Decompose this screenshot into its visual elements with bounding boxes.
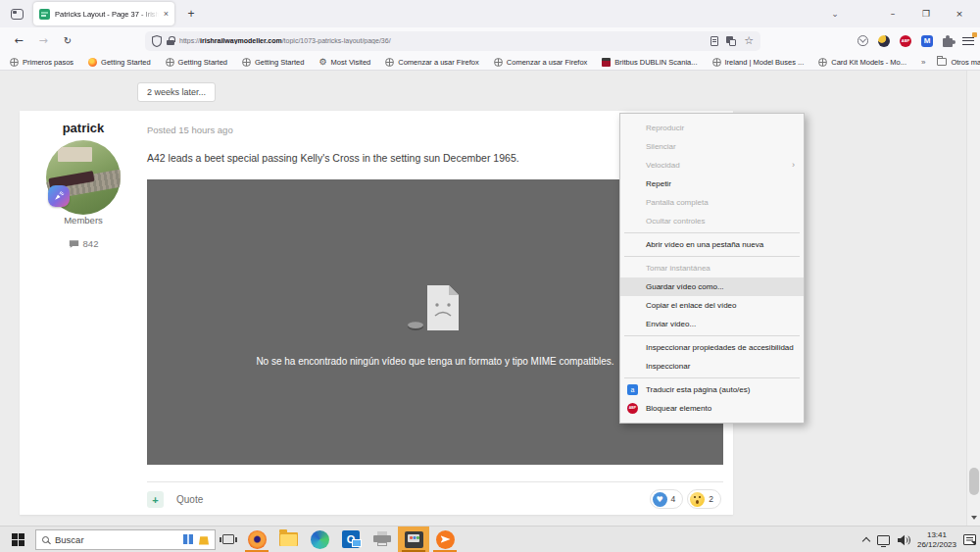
menu-item-reproducir: Reproducir (620, 119, 804, 137)
new-tab-button[interactable]: + (180, 3, 202, 25)
bookmark-item[interactable]: Card Kit Models - Mo... (818, 58, 906, 67)
tab-bar: Patricks Layout - Page 37 - Irish × + ⌄ … (0, 0, 980, 27)
start-button[interactable] (0, 527, 35, 552)
clock-date: 26/12/2023 (917, 540, 956, 550)
menu-separator (624, 377, 800, 378)
malwarebytes-icon[interactable]: M (921, 35, 933, 47)
site-favicon-icon (39, 9, 50, 20)
taskbar-active-app[interactable] (398, 527, 429, 552)
search-highlight-gift-icon[interactable] (183, 534, 193, 544)
bookmarks-bar: Primeros pasos Getting Started Getting S… (0, 54, 980, 71)
rank-badge-icon (48, 185, 70, 207)
browser-tab[interactable]: Patricks Layout - Page 37 - Irish × (33, 2, 174, 25)
bookmark-item[interactable]: Ireland | Model Buses ... (712, 58, 805, 67)
taskbar-printer[interactable] (367, 527, 398, 552)
lock-icon[interactable] (167, 36, 174, 45)
clock-time: 13:41 (917, 530, 956, 540)
list-all-tabs-button[interactable]: ⌄ (823, 9, 847, 19)
search-highlight-bag-icon[interactable] (199, 534, 209, 545)
menu-separator (624, 335, 800, 336)
bookmarks-overflow-chevron[interactable]: » (921, 58, 925, 67)
translate-icon: a (627, 384, 638, 395)
volume-icon[interactable] (897, 534, 910, 546)
url-text: https://irishrailwaymodeller.com/topic/1… (179, 37, 706, 44)
taskbar-clock[interactable]: 13:41 26/12/2023 (917, 530, 956, 549)
submenu-arrow-icon: › (792, 156, 795, 175)
extension-icon[interactable] (878, 35, 890, 47)
menu-item-copiar-enlace[interactable]: Copiar el enlace del vídeo (620, 296, 804, 315)
video-context-menu: Reproducir Silenciar Velocidad› Repetir … (619, 113, 805, 424)
app-menu-icon[interactable] (962, 35, 974, 47)
outlook-icon: O (342, 530, 360, 548)
network-icon[interactable] (877, 535, 890, 545)
firefox-icon (248, 530, 267, 549)
page-scrollbar[interactable] (966, 71, 980, 526)
firefox-view-button[interactable] (4, 3, 29, 25)
reload-button[interactable]: ↻ (57, 30, 78, 51)
scrollbar-thumb[interactable] (969, 468, 979, 495)
bookmark-item[interactable]: Comenzar a usar Firefox (385, 58, 479, 67)
reader-view-icon[interactable] (710, 36, 718, 46)
task-view-button[interactable] (216, 527, 241, 552)
menu-item-inspeccionar[interactable]: Inspeccionar (620, 357, 804, 376)
menu-item-guardar-video-como[interactable]: Guardar vídeo como... (620, 277, 804, 296)
translate-page-icon[interactable] (726, 36, 736, 46)
file-explorer-icon (279, 532, 298, 546)
bookmark-item[interactable]: Getting Started (88, 58, 150, 67)
taskbar-firefox[interactable] (241, 527, 272, 552)
bus-icon (602, 58, 611, 67)
post-body-text: A42 leads a beet special passing Kelly's… (147, 152, 519, 164)
bookmark-item[interactable]: ⚙Most Visited (318, 58, 370, 67)
menu-item-repetir[interactable]: Repetir (620, 175, 804, 193)
bookmark-item[interactable]: Getting Started (166, 58, 227, 67)
menu-separator (624, 256, 800, 257)
taskbar-search-box[interactable]: Buscar (35, 529, 216, 550)
adblock-plus-icon[interactable]: ABP (900, 35, 911, 47)
comment-count: 842 (20, 238, 147, 249)
minimize-button[interactable]: – (876, 0, 909, 27)
bookmark-item[interactable]: Comenzar a usar Firefox (494, 58, 588, 67)
globe-icon (385, 58, 394, 67)
other-bookmarks-folder[interactable]: Otros marcadores (937, 58, 980, 67)
url-bar[interactable]: https://irishrailwaymodeller.com/topic/1… (145, 31, 760, 51)
hidden-icons-chevron[interactable] (862, 536, 870, 544)
back-button[interactable]: ← (8, 30, 29, 51)
taskbar-edge[interactable] (304, 527, 335, 552)
search-icon (42, 536, 49, 543)
extension-toolbar: ABP M (858, 30, 974, 51)
bookmark-item[interactable]: Britbus DUBLIN Scania... (602, 58, 697, 67)
abp-icon: ABP (627, 403, 638, 414)
action-center-icon[interactable] (963, 534, 976, 545)
taskbar-file-explorer[interactable] (272, 527, 304, 552)
windows-taskbar: Buscar O 13:41 26/12/2023 (0, 526, 980, 552)
taskbar-outlook[interactable]: O (335, 527, 367, 552)
menu-item-bloquear-elemento[interactable]: ABPBloquear elemento (620, 399, 804, 418)
tracking-shield-icon[interactable] (152, 35, 162, 47)
globe-icon (242, 58, 251, 67)
bookmark-star-icon[interactable]: ☆ (744, 36, 754, 46)
surprised-face-icon (690, 492, 705, 507)
reaction-like[interactable]: ♥ 4 (650, 489, 684, 509)
tab-close-icon[interactable]: × (164, 10, 169, 19)
close-button[interactable]: × (943, 0, 976, 27)
author-username[interactable]: patrick (20, 121, 147, 135)
menu-item-inspeccionar-accesibilidad[interactable]: Inspeccionar propiedades de accesibilida… (620, 338, 804, 357)
forward-button[interactable]: → (32, 30, 54, 51)
pocket-icon[interactable] (858, 35, 868, 46)
restore-button[interactable]: ❐ (909, 0, 943, 27)
reaction-surprised[interactable]: 2 (687, 489, 721, 509)
globe-icon (494, 58, 503, 67)
bookmark-item[interactable]: Getting Started (242, 58, 304, 67)
edge-icon (311, 530, 329, 549)
quote-button[interactable]: Quote (176, 494, 203, 505)
bookmark-item[interactable]: Primeros pasos (10, 58, 74, 67)
taskbar-avast[interactable] (429, 527, 461, 552)
multiquote-button[interactable]: + (147, 491, 164, 508)
globe-icon (166, 58, 174, 67)
menu-item-abrir-video[interactable]: Abrir vídeo en una pestaña nueva (620, 235, 804, 254)
menu-item-enviar-video[interactable]: Enviar vídeo... (620, 315, 804, 333)
scroll-down-arrow-icon[interactable] (971, 516, 977, 520)
menu-item-traducir-pagina[interactable]: aTraducir esta página (auto/es) (620, 380, 804, 399)
extensions-puzzle-icon[interactable] (943, 38, 953, 47)
folder-icon (937, 58, 947, 66)
